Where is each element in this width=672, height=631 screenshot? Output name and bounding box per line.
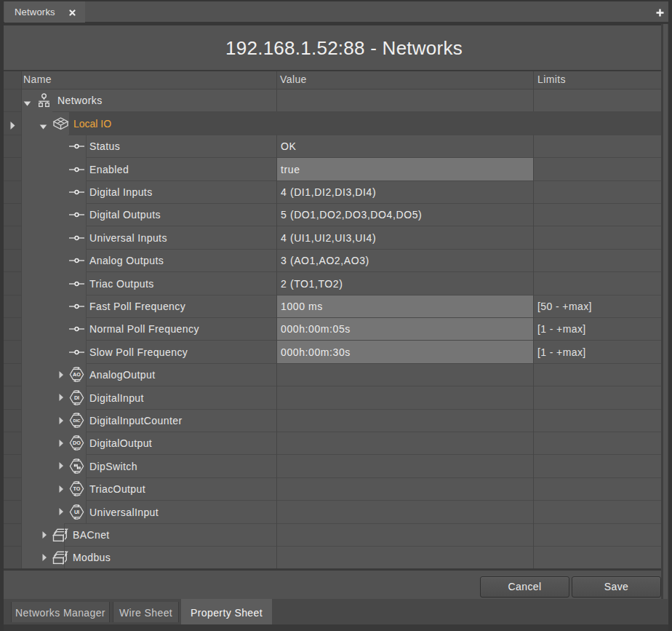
svg-text:UI: UI: [74, 509, 79, 515]
svg-text:DIC: DIC: [73, 418, 81, 423]
svg-text:DI: DI: [74, 394, 79, 401]
svg-text:AO: AO: [73, 371, 81, 378]
svg-text:TO: TO: [73, 485, 81, 492]
svg-text:DO: DO: [73, 440, 81, 446]
